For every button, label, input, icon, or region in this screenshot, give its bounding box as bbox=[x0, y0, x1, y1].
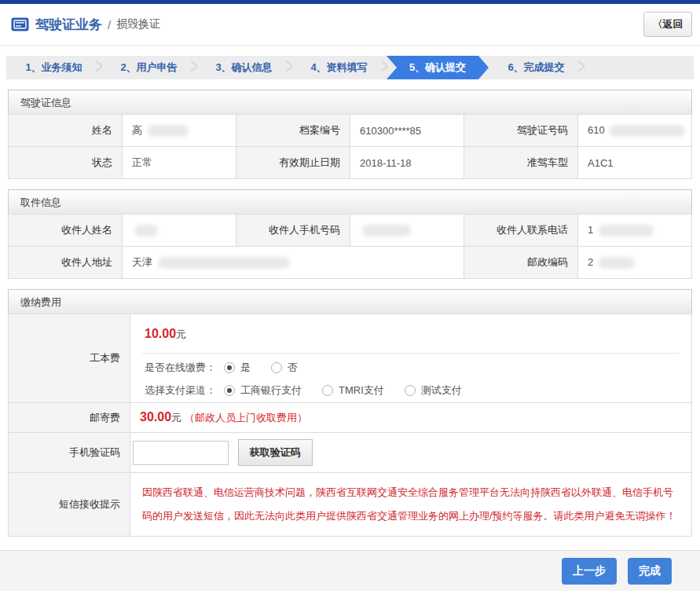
field-label: 驾驶证号码 bbox=[464, 115, 578, 147]
pay-channel-icbc[interactable]: 工商银行支付 bbox=[224, 383, 302, 398]
page-header: 驾驶证业务 / 损毁换证 〈返回 bbox=[0, 4, 700, 46]
step-navigation: 1、业务须知 > 2、用户申告 > 3、确认信息 > 4、资料填写 > 5、确认… bbox=[6, 56, 694, 79]
redacted-value bbox=[599, 257, 635, 269]
field-label: 收件人联系电话 bbox=[464, 214, 578, 247]
sms-code-cell: 获取验证码 bbox=[130, 433, 692, 473]
pickup-info-section: 取件信息 收件人姓名 收件人手机号码 收件人联系电话 1 收件人地址 天津 bbox=[8, 189, 692, 279]
redacted-value bbox=[148, 125, 189, 137]
table-row: 工本费 10.00元 是否在线缴费： 是 否 bbox=[9, 314, 692, 403]
table-row: 收件人姓名 收件人手机号码 收件人联系电话 1 bbox=[9, 214, 692, 247]
card-fee-amount: 10.00元 bbox=[142, 317, 680, 354]
sms-code-input[interactable] bbox=[133, 441, 229, 465]
redacted-value bbox=[599, 225, 654, 236]
field-label: 状态 bbox=[9, 147, 123, 179]
fee-section-title: 缴纳费用 bbox=[8, 289, 692, 314]
field-label: 邮寄费 bbox=[9, 403, 130, 433]
pay-channel-row: 选择支付渠道： 工商银行支付 TMRI支付 测试支付 bbox=[142, 376, 680, 399]
field-label: 档案编号 bbox=[236, 115, 350, 147]
field-value: A1C1 bbox=[578, 147, 692, 179]
redacted-value bbox=[610, 125, 685, 137]
footer-action-bar: 上一步 完成 bbox=[0, 550, 700, 591]
field-value: 610 bbox=[578, 115, 692, 147]
step-2-user-declaration[interactable]: 2、用户申告 > bbox=[101, 56, 196, 79]
step-5-confirm-submit-active[interactable]: 5、确认提交 bbox=[387, 56, 489, 79]
field-label: 收件人地址 bbox=[9, 247, 123, 279]
field-value: 2018-11-18 bbox=[350, 147, 464, 179]
table-row: 邮寄费 30.00元（邮政人员上门收取费用） bbox=[9, 403, 692, 433]
field-label: 准驾车型 bbox=[464, 147, 578, 179]
license-info-table: 姓名 高 档案编号 610300****85 驾驶证号码 610 状态 正常 有… bbox=[8, 114, 692, 179]
field-value: 1 bbox=[578, 214, 692, 247]
fee-table: 工本费 10.00元 是否在线缴费： 是 否 bbox=[8, 314, 692, 537]
mail-fee-value: 30.00 bbox=[140, 410, 171, 424]
redacted-value bbox=[134, 225, 158, 236]
radio-icon[interactable] bbox=[405, 385, 416, 396]
breadcrumb-separator: / bbox=[108, 18, 111, 31]
mail-fee-note: （邮政人员上门收取费用） bbox=[185, 412, 307, 424]
field-value: 高 bbox=[123, 115, 236, 147]
field-label: 姓名 bbox=[9, 115, 123, 147]
field-value: 天津 bbox=[123, 247, 464, 279]
step-4-fill-materials[interactable]: 4、资料填写 > bbox=[291, 56, 387, 79]
finish-button[interactable]: 完成 bbox=[628, 558, 672, 585]
step-3-confirm-info[interactable]: 3、确认信息 > bbox=[196, 56, 291, 79]
field-label: 收件人姓名 bbox=[9, 214, 123, 247]
field-value: 2 bbox=[578, 247, 692, 279]
field-label: 手机验证码 bbox=[9, 433, 130, 473]
redacted-value bbox=[158, 257, 290, 269]
field-value bbox=[350, 214, 464, 247]
field-label: 短信接收提示 bbox=[9, 473, 130, 537]
table-row: 状态 正常 有效期止日期 2018-11-18 准驾车型 A1C1 bbox=[9, 147, 692, 179]
field-value: 正常 bbox=[123, 147, 236, 179]
radio-icon[interactable] bbox=[224, 385, 235, 396]
radio-icon[interactable] bbox=[322, 385, 333, 396]
license-business-icon bbox=[11, 17, 29, 31]
radio-icon[interactable] bbox=[271, 362, 282, 373]
card-fee-cell: 10.00元 是否在线缴费： 是 否 选择支 bbox=[130, 314, 692, 403]
pay-channel-test[interactable]: 测试支付 bbox=[405, 383, 462, 398]
fee-section: 缴纳费用 工本费 10.00元 是否在线缴费： 是 bbox=[8, 289, 692, 537]
pickup-section-title: 取件信息 bbox=[8, 189, 692, 214]
pickup-info-table: 收件人姓名 收件人手机号码 收件人联系电话 1 收件人地址 天津 邮政编码 bbox=[8, 214, 692, 279]
step-1-business-notice[interactable]: 1、业务须知 > bbox=[6, 56, 101, 79]
card-fee-value: 10.00 bbox=[145, 327, 176, 340]
field-label: 有效期止日期 bbox=[236, 147, 350, 179]
online-pay-question: 是否在线缴费： bbox=[145, 361, 216, 375]
back-button[interactable]: 〈返回 bbox=[643, 12, 692, 37]
redacted-value bbox=[362, 225, 411, 236]
online-pay-option-no[interactable]: 否 bbox=[271, 361, 298, 375]
step-6-complete-submit[interactable]: 6、完成提交 > bbox=[489, 56, 584, 79]
field-label: 工本费 bbox=[9, 314, 130, 403]
table-row: 姓名 高 档案编号 610300****85 驾驶证号码 610 bbox=[9, 115, 692, 147]
license-info-section: 驾驶证信息 姓名 高 档案编号 610300****85 驾驶证号码 610 状… bbox=[8, 90, 692, 179]
breadcrumb-current: 损毁换证 bbox=[116, 17, 160, 31]
page-title: 驾驶证业务 bbox=[35, 16, 102, 34]
online-pay-row: 是否在线缴费： 是 否 bbox=[142, 354, 680, 376]
get-code-button[interactable]: 获取验证码 bbox=[238, 439, 313, 466]
mail-fee-cell: 30.00元（邮政人员上门收取费用） bbox=[130, 403, 692, 433]
radio-icon[interactable] bbox=[224, 362, 235, 373]
step-bar-filler bbox=[584, 56, 694, 79]
online-pay-option-yes[interactable]: 是 bbox=[224, 361, 251, 375]
field-value bbox=[123, 214, 236, 247]
field-label: 收件人手机号码 bbox=[236, 214, 350, 247]
table-row: 收件人地址 天津 邮政编码 2 bbox=[9, 247, 692, 279]
license-section-title: 驾驶证信息 bbox=[8, 90, 692, 115]
table-row: 手机验证码 获取验证码 bbox=[9, 433, 692, 473]
sms-notice-cell: 因陕西省联通、电信运营商技术问题，陕西省互联网交通安全综合服务管理平台无法向持陕… bbox=[130, 473, 692, 537]
sms-notice-text: 因陕西省联通、电信运营商技术问题，陕西省互联网交通安全综合服务管理平台无法向持陕… bbox=[142, 481, 680, 528]
pay-channel-question: 选择支付渠道： bbox=[145, 383, 216, 398]
pay-channel-tmri[interactable]: TMRI支付 bbox=[322, 383, 384, 398]
field-label: 邮政编码 bbox=[464, 247, 578, 279]
field-value: 610300****85 bbox=[350, 115, 464, 147]
prev-step-button[interactable]: 上一步 bbox=[562, 558, 617, 585]
table-row: 短信接收提示 因陕西省联通、电信运营商技术问题，陕西省互联网交通安全综合服务管理… bbox=[9, 473, 692, 537]
step-separator-icon: > bbox=[577, 52, 586, 82]
